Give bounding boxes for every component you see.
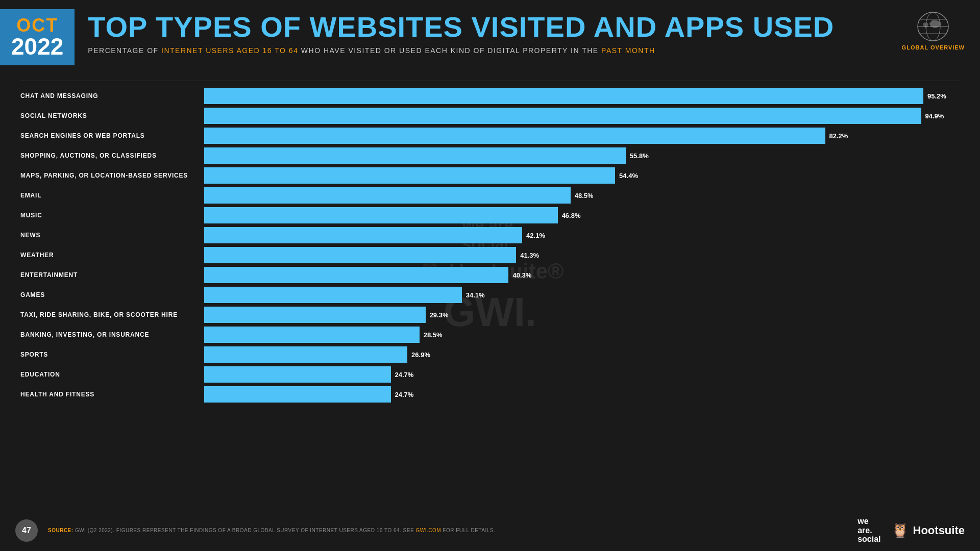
bar-value: 46.8%	[562, 212, 581, 219]
bar-track: 28.5%	[204, 327, 960, 343]
header: OCT 2022 TOP TYPES OF WEBSITES VISITED A…	[0, 0, 980, 70]
bar-label: WEATHER	[20, 252, 204, 259]
source-text: SOURCE: GWI (Q2 2022). FIGURES REPRESENT…	[48, 528, 857, 533]
bar-fill	[204, 307, 426, 323]
bar-value: 55.8%	[630, 152, 649, 160]
bar-label: GAMES	[20, 291, 204, 298]
bar-value: 29.3%	[430, 311, 449, 319]
global-overview-text: GLOBAL OVERVIEW	[902, 44, 965, 51]
bar-label: MUSIC	[20, 212, 204, 219]
bar-fill	[204, 267, 508, 283]
bar-label: SPORTS	[20, 351, 204, 358]
bar-value: 48.5%	[575, 192, 594, 199]
was-line1: we	[857, 517, 868, 526]
bar-track: 54.4%	[204, 167, 960, 184]
bar-track: 34.1%	[204, 287, 960, 303]
bar-track: 26.9%	[204, 346, 960, 363]
bar-value: 94.9%	[925, 112, 944, 120]
bar-fill	[204, 247, 516, 263]
bar-fill	[204, 227, 522, 243]
was-line3: social	[857, 535, 880, 544]
bar-row: SEARCH ENGINES OR WEB PORTALS82.2%	[20, 127, 960, 144]
bar-label: TAXI, RIDE SHARING, BIKE, OR SCOOTER HIR…	[20, 311, 204, 318]
bar-track: 42.1%	[204, 227, 960, 243]
globe-icon	[913, 10, 953, 43]
was-line2: are.	[857, 526, 872, 535]
bar-track: 40.3%	[204, 267, 960, 283]
bar-value: 24.7%	[395, 391, 414, 398]
bar-label: EMAIL	[20, 192, 204, 199]
bar-value: 95.2%	[927, 92, 946, 100]
bar-value: 24.7%	[395, 371, 414, 379]
source-body: GWI (Q2 2022). FIGURES REPRESENT THE FIN…	[75, 528, 416, 533]
bar-row: GAMES34.1%	[20, 286, 960, 304]
bar-row: WEATHER41.3%	[20, 246, 960, 264]
bar-fill	[204, 346, 407, 363]
bar-fill	[204, 88, 923, 104]
bar-value: 28.5%	[424, 331, 443, 339]
bar-track: 24.7%	[204, 366, 960, 383]
bar-row: SOCIAL NETWORKS94.9%	[20, 107, 960, 124]
bar-track: 94.9%	[204, 108, 960, 124]
bar-label: SOCIAL NETWORKS	[20, 112, 204, 119]
date-box: OCT 2022	[0, 9, 75, 65]
divider-line	[20, 81, 960, 81]
bar-value: 34.1%	[466, 291, 485, 299]
bar-fill	[204, 147, 626, 164]
date-year: 2022	[11, 35, 63, 58]
bar-value: 40.3%	[512, 271, 531, 279]
source-label: SOURCE:	[48, 528, 74, 533]
bar-value: 26.9%	[411, 351, 430, 359]
bar-label: EDUCATION	[20, 371, 204, 378]
bar-track: 95.2%	[204, 88, 960, 104]
bar-row: SHOPPING, AUCTIONS, OR CLASSIFIEDS55.8%	[20, 147, 960, 164]
bar-label: ENTERTAINMENT	[20, 271, 204, 279]
we-are-social-logo: we are. social	[857, 517, 880, 544]
bar-fill	[204, 287, 462, 303]
header-text: TOP TYPES OF WEBSITES VISITED AND APPS U…	[88, 9, 965, 65]
subtitle: PERCENTAGE OF INTERNET USERS AGED 16 TO …	[88, 46, 965, 55]
bar-row: EDUCATION24.7%	[20, 366, 960, 383]
bar-fill	[204, 108, 921, 124]
bar-fill	[204, 386, 391, 403]
bar-row: MAPS, PARKING, OR LOCATION-BASED SERVICE…	[20, 167, 960, 184]
bar-label: SEARCH ENGINES OR WEB PORTALS	[20, 132, 204, 139]
bar-row: NEWS42.1%	[20, 227, 960, 244]
gwi-link: GWI.COM	[415, 528, 441, 533]
bar-track: 55.8%	[204, 147, 960, 164]
date-month: OCT	[16, 16, 58, 35]
subtitle-highlight2: PAST MONTH	[601, 46, 655, 55]
bar-track: 41.3%	[204, 247, 960, 263]
source-end: FOR FULL DETAILS.	[441, 528, 495, 533]
bar-row: TAXI, RIDE SHARING, BIKE, OR SCOOTER HIR…	[20, 306, 960, 323]
bar-label: MAPS, PARKING, OR LOCATION-BASED SERVICE…	[20, 172, 204, 179]
bar-label: SHOPPING, AUCTIONS, OR CLASSIFIEDS	[20, 152, 204, 159]
bar-fill	[204, 187, 571, 204]
subtitle-middle: WHO HAVE VISITED OR USED EACH KIND OF DI…	[298, 46, 601, 55]
page-number: 47	[15, 519, 38, 542]
main-title: TOP TYPES OF WEBSITES VISITED AND APPS U…	[88, 12, 965, 42]
bar-row: HEALTH AND FITNESS24.7%	[20, 386, 960, 403]
bar-track: 29.3%	[204, 307, 960, 323]
bar-value: 82.2%	[829, 132, 848, 140]
owl-icon: 🦉	[891, 522, 909, 539]
bar-track: 24.7%	[204, 386, 960, 403]
bar-fill	[204, 207, 558, 223]
globe-container: GLOBAL OVERVIEW	[902, 10, 965, 51]
subtitle-highlight1: INTERNET USERS AGED 16 TO 64	[161, 46, 298, 55]
bar-fill	[204, 366, 391, 383]
bar-fill	[204, 128, 825, 144]
footer-logos: we are. social 🦉 Hootsuite	[857, 517, 965, 544]
bar-label: CHAT AND MESSAGING	[20, 92, 204, 99]
footer: 47 SOURCE: GWI (Q2 2022). FIGURES REPRES…	[0, 510, 980, 551]
bar-fill	[204, 327, 420, 343]
hootsuite-text: Hootsuite	[913, 524, 965, 537]
bar-value: 41.3%	[520, 252, 539, 259]
bar-label: BANKING, INVESTING, OR INSURANCE	[20, 331, 204, 338]
bar-track: 48.5%	[204, 187, 960, 204]
subtitle-before: PERCENTAGE OF	[88, 46, 161, 55]
bar-label: HEALTH AND FITNESS	[20, 391, 204, 398]
bar-row: MUSIC46.8%	[20, 207, 960, 224]
bar-row: CHAT AND MESSAGING95.2%	[20, 87, 960, 105]
bar-row: BANKING, INVESTING, OR INSURANCE28.5%	[20, 326, 960, 343]
